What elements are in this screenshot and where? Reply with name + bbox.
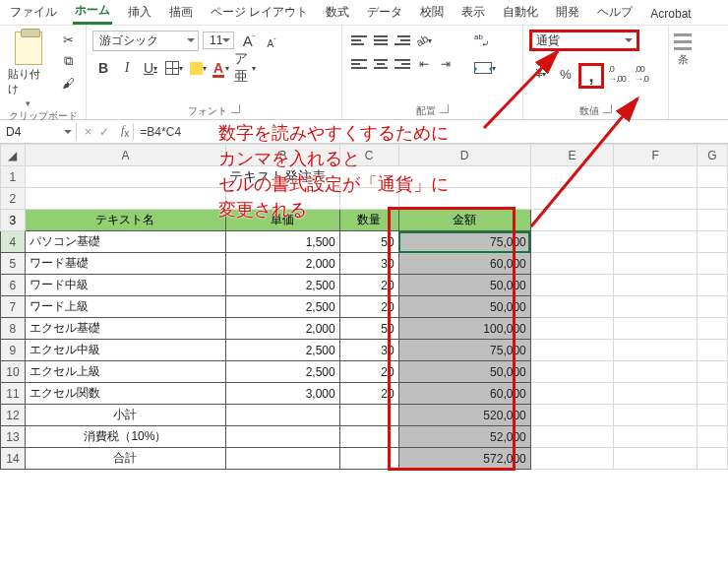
name-box[interactable]: D4	[0, 123, 77, 141]
tab-review[interactable]: 校閲	[418, 2, 446, 25]
fill-color-button[interactable]: ▾	[187, 57, 209, 79]
align-right-button[interactable]	[392, 53, 413, 75]
col-header-a[interactable]: A	[25, 145, 225, 166]
table-row[interactable]: 4 パソコン基礎 1,500 50 75,000	[1, 231, 728, 253]
table-row[interactable]: 7 ワード上級 2,500 20 50,000	[1, 296, 728, 318]
bold-button[interactable]: B	[92, 57, 114, 79]
percent-button[interactable]: %	[554, 63, 577, 85]
cell[interactable]: 消費税（10%）	[25, 426, 225, 448]
cancel-formula-button[interactable]: ×	[85, 125, 91, 139]
worksheet[interactable]: ◢ A B C D E F G 1 テキスト発注表 2 3 テキスト名 単価 数…	[0, 144, 728, 575]
select-all-button[interactable]: ◢	[1, 145, 26, 166]
tab-view[interactable]: 表示	[459, 2, 487, 25]
row-2[interactable]: 2	[1, 188, 728, 210]
cell[interactable]: 2,000	[226, 318, 340, 340]
tab-formulas[interactable]: 数式	[324, 2, 351, 25]
table-row[interactable]: 10 エクセル上級 2,500 20 50,000	[1, 361, 728, 383]
align-bottom-button[interactable]	[392, 30, 413, 51]
cell[interactable]: 20	[339, 296, 398, 318]
col-header-d[interactable]: D	[398, 145, 530, 166]
align-center-button[interactable]	[370, 53, 392, 75]
cut-button[interactable]: ✂	[56, 30, 80, 49]
underline-button[interactable]: U▾	[140, 57, 161, 79]
cell[interactable]: 2,500	[226, 296, 340, 318]
grow-font-button[interactable]: Aˆ	[238, 30, 260, 51]
col-header-e[interactable]: E	[530, 145, 614, 166]
cell[interactable]: 20	[339, 383, 398, 405]
font-name-select[interactable]: 游ゴシック	[92, 31, 199, 51]
accounting-format-button[interactable]: ¥▾	[529, 63, 553, 85]
paste-button[interactable]: 貼り付け ▾	[6, 30, 50, 108]
row-tax[interactable]: 13 消費税（10%） 52,000	[1, 426, 728, 448]
cell[interactable]: 合計	[25, 448, 225, 470]
font-size-select[interactable]: 11	[203, 32, 234, 49]
merge-center-button[interactable]: ▾	[468, 57, 502, 79]
format-painter-button[interactable]: 🖌	[56, 73, 80, 93]
copy-button[interactable]: ⧉	[56, 51, 80, 71]
hdr-unit-price[interactable]: 単価	[226, 210, 340, 231]
phonetic-button[interactable]: ア亜▾	[234, 57, 256, 79]
cell[interactable]: 30	[339, 340, 398, 361]
tab-developer[interactable]: 開発	[554, 2, 581, 25]
cell[interactable]: 3,000	[226, 383, 340, 405]
tab-insert[interactable]: 挿入	[126, 2, 153, 25]
table-row[interactable]: 5 ワード基礎 2,000 30 60,000	[1, 253, 728, 275]
fx-button[interactable]: fx	[117, 123, 134, 139]
col-header-g[interactable]: G	[698, 145, 728, 166]
decrease-decimal-button[interactable]: .00→.0	[630, 63, 653, 85]
align-left-button[interactable]	[348, 53, 370, 75]
cell[interactable]: 50	[339, 318, 398, 340]
col-header-f[interactable]: F	[614, 145, 698, 166]
tab-draw[interactable]: 描画	[167, 2, 195, 25]
cell[interactable]: エクセル関数	[25, 383, 225, 405]
cell[interactable]: エクセル基礎	[25, 318, 225, 340]
align-top-button[interactable]	[348, 30, 370, 51]
tab-data[interactable]: データ	[365, 2, 404, 25]
table-row[interactable]: 11 エクセル関数 3,000 20 60,000	[1, 383, 728, 405]
table-row[interactable]: 9 エクセル中級 2,500 30 75,000	[1, 340, 728, 361]
cell[interactable]: 50,000	[398, 296, 530, 318]
cell[interactable]: 小計	[25, 405, 225, 426]
cell[interactable]: 1,500	[226, 231, 340, 253]
cell[interactable]: 20	[339, 275, 398, 296]
row-3[interactable]: 3 テキスト名 単価 数量 金額	[1, 210, 728, 231]
column-headers[interactable]: ◢ A B C D E F G	[1, 145, 728, 166]
comma-style-button[interactable]: ,	[578, 63, 604, 89]
cell[interactable]: 60,000	[398, 253, 530, 275]
increase-indent-button[interactable]: ⇥	[435, 53, 456, 75]
tab-page-layout[interactable]: ページ レイアウト	[209, 2, 310, 25]
cell[interactable]: パソコン基礎	[25, 231, 225, 253]
cell[interactable]: ワード上級	[25, 296, 225, 318]
italic-button[interactable]: I	[116, 57, 138, 79]
font-color-button[interactable]: A▾	[211, 57, 232, 79]
cell[interactable]: エクセル中級	[25, 340, 225, 361]
row-total[interactable]: 14 合計 572,000	[1, 448, 728, 470]
cell[interactable]: 100,000	[398, 318, 530, 340]
borders-button[interactable]: ▾	[163, 57, 185, 79]
cell[interactable]: 50,000	[398, 275, 530, 296]
cell[interactable]: 50	[339, 231, 398, 253]
wrap-text-button[interactable]	[468, 30, 494, 51]
hdr-amount[interactable]: 金額	[398, 210, 530, 231]
orientation-button[interactable]: ab▾	[413, 30, 435, 51]
cell[interactable]: 52,000	[398, 426, 530, 448]
cell[interactable]: 75,000	[398, 340, 530, 361]
formula-input[interactable]: =B4*C4	[134, 125, 187, 139]
table-row[interactable]: 6 ワード中級 2,500 20 50,000	[1, 275, 728, 296]
cell[interactable]: 30	[339, 253, 398, 275]
cell[interactable]: 60,000	[398, 383, 530, 405]
cell-active[interactable]: 75,000	[398, 231, 530, 253]
cell[interactable]: 2,500	[226, 275, 340, 296]
tab-acrobat[interactable]: Acrobat	[648, 5, 693, 25]
sheet-title[interactable]: テキスト発注表	[25, 166, 530, 188]
shrink-font-button[interactable]: Aˇ	[261, 30, 282, 51]
cell[interactable]: 572,000	[398, 448, 530, 470]
tab-automate[interactable]: 自動化	[501, 2, 540, 25]
cell[interactable]: 520,000	[398, 405, 530, 426]
cell[interactable]: ワード中級	[25, 275, 225, 296]
hdr-text-name[interactable]: テキスト名	[25, 210, 225, 231]
tab-help[interactable]: ヘルプ	[595, 2, 635, 25]
row-subtotal[interactable]: 12 小計 520,000	[1, 405, 728, 426]
col-header-c[interactable]: C	[339, 145, 398, 166]
col-header-b[interactable]: B	[226, 145, 340, 166]
